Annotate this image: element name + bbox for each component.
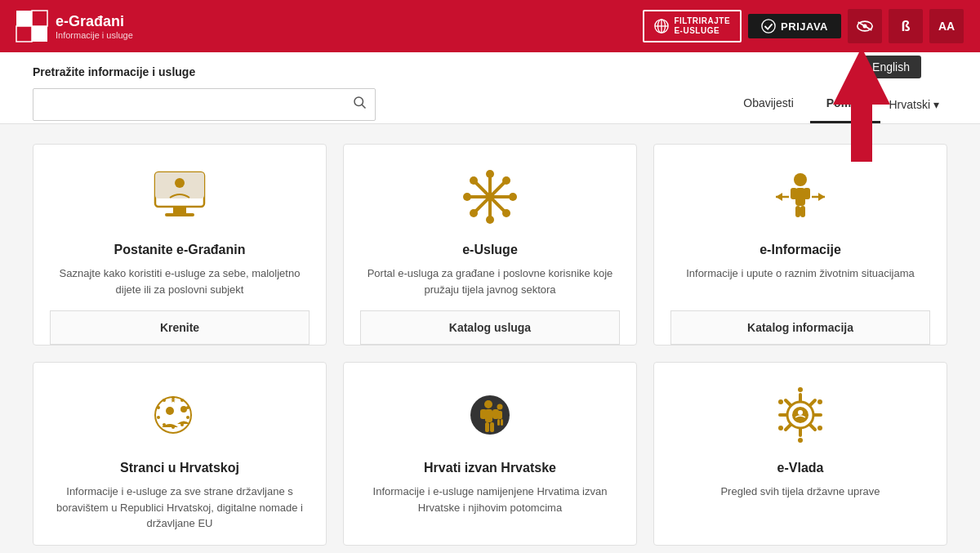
accessibility-eye-button[interactable]: [848, 9, 882, 43]
svg-point-78: [798, 387, 803, 392]
card-ecitizen: Postanite e-Građanin Saznajte kako koris…: [33, 144, 327, 346]
svg-rect-61: [485, 422, 489, 432]
svg-point-19: [175, 178, 185, 188]
arrow-indicator: [825, 47, 898, 165]
logo-subtitle: Informacije i usluge: [56, 30, 133, 40]
card-egovernment-title: e-Vlada: [777, 461, 824, 475]
login-label: PRIJAVA: [781, 20, 828, 33]
svg-point-30: [502, 176, 510, 185]
card-ecitizen-button[interactable]: Krenite: [50, 310, 310, 345]
svg-rect-0: [16, 11, 32, 26]
login-button[interactable]: PRIJAVA: [748, 14, 841, 38]
card-einfo-desc: Informacije i upute o raznim životnim si…: [686, 265, 915, 282]
card-egovernment-desc: Pregled svih tijela državne uprave: [720, 484, 880, 500]
svg-point-24: [486, 170, 494, 178]
strangers-svg-icon: [147, 386, 212, 444]
card-einfo-button[interactable]: Katalog informacija: [670, 310, 930, 345]
egovernment-svg-icon: [768, 386, 833, 444]
card-eservices-title: e-Usluge: [462, 243, 518, 257]
svg-rect-37: [800, 206, 805, 217]
svg-rect-18: [165, 213, 194, 216]
red-arrow-icon: [825, 47, 898, 162]
font-size-button[interactable]: AA: [929, 9, 964, 43]
card-einfo: e-Informacije Informacije i upute o razn…: [653, 144, 947, 346]
svg-marker-12: [833, 47, 890, 162]
svg-point-25: [486, 216, 494, 224]
svg-point-13: [354, 97, 363, 106]
main-content: Postanite e-Građanin Saznajte kako koris…: [0, 124, 980, 553]
svg-rect-35: [804, 188, 810, 199]
card-croats-abroad: Hrvati izvan Hrvatske Informacije i e-us…: [343, 362, 637, 546]
card-strangers-title: Stranci u Hrvatskoj: [120, 461, 239, 475]
card-egovernment: e-Vlada Pregled svih tijela državne upra…: [653, 362, 947, 546]
svg-point-28: [470, 176, 478, 185]
svg-point-83: [778, 399, 783, 404]
svg-rect-17: [173, 207, 186, 213]
card-ecitizen-icon: [147, 164, 212, 230]
svg-rect-1: [32, 11, 47, 26]
card-croats-abroad-desc: Informacije i e-usluge namijenjene Hrvat…: [360, 484, 620, 515]
svg-line-73: [810, 425, 815, 430]
search-row: Obavijesti Pomoć Hrvatski ▾: [33, 85, 947, 123]
lang-arrow-icon: ▾: [933, 98, 939, 111]
logo-title: e-Građani: [56, 13, 133, 30]
svg-point-54: [157, 406, 160, 409]
svg-point-46: [172, 396, 175, 399]
svg-rect-59: [480, 409, 487, 419]
svg-point-31: [470, 209, 478, 217]
logo-icon: [16, 11, 47, 42]
svg-line-74: [810, 400, 815, 405]
svg-point-26: [463, 193, 471, 201]
einfo-svg-icon: [768, 168, 833, 225]
cards-grid: Postanite e-Građanin Saznajte kako koris…: [33, 144, 947, 546]
svg-point-44: [166, 407, 174, 415]
svg-point-48: [186, 406, 189, 409]
svg-point-51: [172, 426, 175, 429]
card-einfo-title: e-Informacije: [760, 243, 841, 257]
svg-rect-66: [501, 419, 503, 426]
card-strangers: Stranci u Hrvatskoj Informacije i e-uslu…: [33, 362, 327, 546]
card-einfo-icon: [768, 164, 833, 230]
svg-point-80: [817, 426, 822, 430]
svg-point-82: [778, 426, 783, 430]
card-ecitizen-title: Postanite e-Građanin: [114, 243, 246, 257]
card-eservices: e-Usluge Portal e-usluga za građane i po…: [343, 144, 637, 346]
svg-rect-36: [795, 206, 800, 217]
header-right: FILTRIRAJTEE-USLUGE PRIJAVA ß AA: [643, 9, 964, 43]
card-strangers-desc: Informacije i e-usluge za sve strane drž…: [50, 484, 310, 532]
filter-button[interactable]: FILTRIRAJTEE-USLUGE: [643, 10, 742, 42]
card-eservices-button[interactable]: Katalog usluga: [360, 310, 620, 345]
logo-area: e-Građani Informacije i usluge: [16, 11, 133, 42]
card-egovernment-icon: [768, 382, 833, 448]
search-box: [33, 88, 376, 121]
login-check-icon: [761, 19, 776, 33]
eservices-svg-icon: [457, 168, 523, 225]
filter-label: FILTRIRAJTEE-USLUGE: [674, 16, 730, 36]
svg-line-75: [786, 425, 791, 430]
sign-button[interactable]: ß: [889, 9, 923, 43]
search-label: Pretražite informacije i usluge: [33, 65, 947, 78]
font-size-icon: AA: [938, 20, 955, 33]
svg-point-55: [163, 399, 166, 402]
svg-point-8: [762, 20, 775, 33]
svg-rect-2: [16, 26, 32, 42]
svg-point-57: [484, 400, 492, 408]
svg-line-72: [786, 400, 791, 405]
search-input[interactable]: [42, 98, 352, 111]
svg-line-14: [362, 105, 366, 109]
svg-point-29: [502, 209, 510, 217]
svg-point-45: [180, 406, 187, 413]
svg-point-63: [497, 404, 503, 410]
tab-obavijesti[interactable]: Obavijesti: [727, 85, 809, 123]
search-icon: [352, 95, 367, 109]
svg-point-79: [817, 399, 822, 404]
card-eservices-icon: [457, 164, 523, 230]
eye-strikethrough-icon: [857, 20, 873, 32]
card-ecitizen-desc: Saznajte kako koristiti e-usluge za sebe…: [50, 265, 310, 297]
header: e-Građani Informacije i usluge FILTRIRAJ…: [0, 0, 980, 52]
logo-text: e-Građani Informacije i usluge: [56, 13, 133, 40]
search-submit-button[interactable]: [352, 95, 367, 114]
svg-rect-64: [497, 411, 502, 419]
card-eservices-desc: Portal e-usluga za građane i poslovne ko…: [360, 265, 620, 297]
svg-point-81: [798, 438, 803, 443]
